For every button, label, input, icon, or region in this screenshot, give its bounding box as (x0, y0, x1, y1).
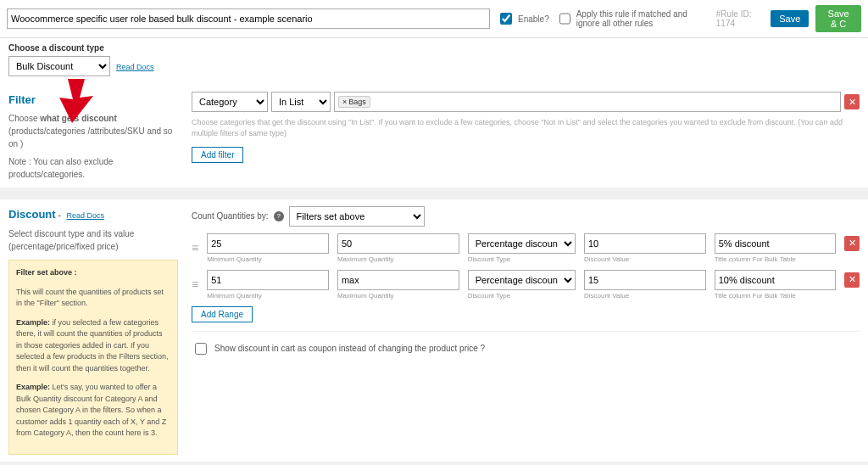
help-icon[interactable]: ? (274, 211, 284, 221)
title-input[interactable] (715, 270, 837, 290)
enable-label: Enable? (518, 14, 549, 24)
filter-section: Filter Choose what gets discount (produc… (0, 85, 868, 188)
enable-checkbox[interactable] (500, 13, 512, 25)
filter-type-select[interactable]: Category (192, 92, 268, 112)
filter-row: Category In List × Bags ✕ (192, 92, 860, 112)
title-input[interactable] (715, 233, 837, 254)
apply-ignore-checkbox[interactable] (559, 13, 570, 25)
remove-filter-button[interactable]: ✕ (844, 94, 860, 109)
range-row: ≡ Minimum Quantity Maximum Quantity Perc… (192, 233, 860, 263)
remove-range-button[interactable]: ✕ (844, 272, 859, 288)
drag-handle-icon[interactable]: ≡ (192, 241, 198, 255)
rules-section: Rules (Optional) - Read Docs Include add… (0, 462, 868, 466)
apply-ignore-wrap[interactable]: Apply this rule if matched and ignore al… (556, 9, 709, 28)
count-quantities-row: Count Quantities by: ? Filters set above (192, 206, 860, 227)
filter-tag-input[interactable]: × Bags (334, 92, 841, 112)
show-as-coupon-label: Show discount in cart as coupon instead … (214, 344, 485, 353)
filter-tag[interactable]: × Bags (338, 96, 370, 108)
max-qty-input[interactable] (337, 270, 459, 290)
discount-type-section: Choose a discount type Bulk Discount Rea… (0, 38, 868, 85)
discount-value-input[interactable] (584, 233, 706, 254)
filter-op-select[interactable]: In List (271, 92, 331, 112)
drag-handle-icon[interactable]: ≡ (192, 277, 198, 291)
show-as-coupon-checkbox[interactable] (195, 343, 207, 355)
max-qty-input[interactable] (337, 233, 459, 254)
discount-docs-link[interactable]: Read Docs (67, 211, 105, 220)
discount-value-input[interactable] (584, 270, 706, 290)
range-row: ≡ Minimum Quantity Maximum Quantity Perc… (192, 270, 860, 300)
filter-sidebar: Filter Choose what gets discount (produc… (8, 92, 178, 181)
filter-title: Filter (8, 92, 178, 109)
filter-note: Note : You can also exclude products/cat… (8, 155, 178, 181)
save-button[interactable]: Save (771, 10, 809, 27)
discount-type-label: Choose a discount type (8, 43, 860, 53)
count-label: Count Quantities by: (192, 211, 269, 221)
rule-name-input[interactable] (7, 8, 490, 29)
add-filter-button[interactable]: Add filter (192, 147, 243, 163)
discount-type-select-row[interactable]: Percentage discount (468, 233, 576, 254)
filter-hint: Choose categories that get the discount … (192, 117, 860, 138)
rule-id-label: #Rule ID: 1174 (716, 9, 757, 28)
count-select[interactable]: Filters set above (289, 206, 425, 227)
discount-info-box: Filter set above : This will count the q… (8, 260, 178, 455)
apply-ignore-label: Apply this rule if matched and ignore al… (576, 9, 709, 28)
remove-range-button[interactable]: ✕ (844, 236, 859, 251)
min-qty-input[interactable] (207, 233, 329, 254)
discount-section: Discount - Read Docs Select discount typ… (0, 188, 868, 462)
discount-type-select-row[interactable]: Percentage discount (468, 270, 576, 290)
discount-desc: Select discount type and its value (perc… (8, 227, 178, 253)
enable-checkbox-wrap[interactable]: Enable? (497, 10, 549, 27)
discount-type-select[interactable]: Bulk Discount (8, 56, 110, 76)
discount-type-docs-link[interactable]: Read Docs (116, 63, 154, 71)
discount-title: Discount (8, 208, 56, 221)
add-range-button[interactable]: Add Range (192, 306, 253, 322)
save-close-button[interactable]: Save & C (815, 5, 861, 32)
min-qty-input[interactable] (207, 270, 329, 290)
header-bar: Enable? Apply this rule if matched and i… (0, 0, 868, 38)
